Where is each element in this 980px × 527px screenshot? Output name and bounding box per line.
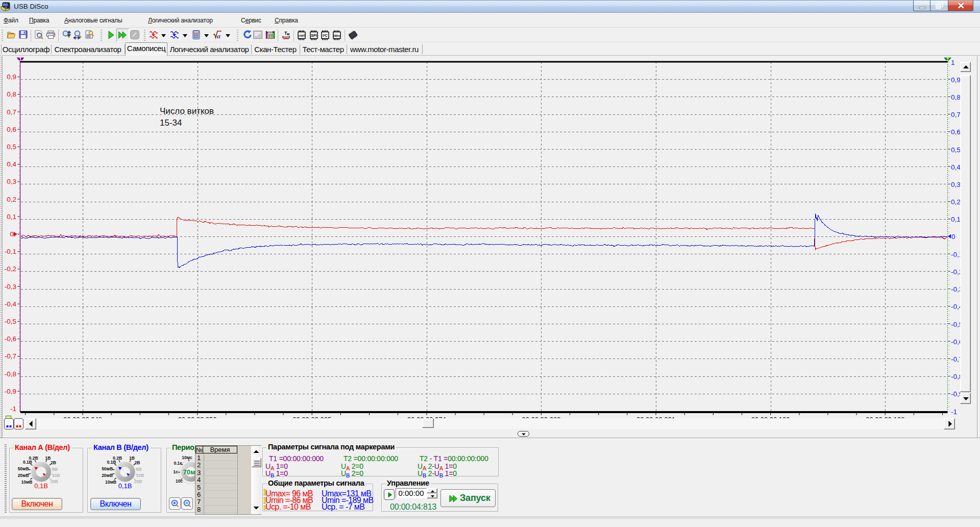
- svg-text:0: 0: [10, 230, 14, 238]
- svg-text:20В: 20В: [50, 479, 58, 484]
- svg-text:0.1В: 0.1В: [23, 460, 32, 465]
- svg-text:10мВ: 10мВ: [21, 480, 33, 485]
- svg-text:0,8: 0,8: [7, 90, 16, 98]
- svg-text:10мВ: 10мВ: [105, 480, 116, 485]
- svg-text:α: α: [217, 32, 221, 40]
- svg-text:0,6: 0,6: [951, 128, 961, 136]
- svg-text:0,5: 0,5: [951, 146, 961, 154]
- svg-text:-1: -1: [10, 405, 16, 413]
- svg-text:0,2: 0,2: [951, 198, 961, 206]
- svg-text:0,6: 0,6: [7, 126, 16, 133]
- svg-text:15-34: 15-34: [160, 118, 182, 128]
- svg-text:0,7: 0,7: [951, 111, 961, 118]
- svg-text:0,2: 0,2: [7, 196, 16, 203]
- svg-text:20мВ: 20мВ: [102, 473, 113, 478]
- svg-text:1В: 1В: [45, 456, 51, 461]
- svg-text:0,7: 0,7: [7, 108, 16, 116]
- svg-text:SPI: SPI: [311, 34, 316, 37]
- svg-text:-0,2: -0,2: [5, 265, 16, 273]
- svg-text:м: м: [287, 32, 289, 36]
- svg-text:0,1: 0,1: [951, 215, 961, 223]
- svg-text:-0,7: -0,7: [5, 352, 16, 360]
- svg-text:Число витков: Число витков: [160, 106, 214, 116]
- svg-text:-0,1: -0,1: [5, 248, 16, 255]
- svg-text:10с: 10с: [176, 478, 183, 484]
- svg-text:1: 1: [19, 57, 21, 62]
- svg-text:0,1В: 0,1В: [34, 482, 48, 490]
- svg-text:UART: UART: [298, 34, 306, 37]
- svg-text:0,9: 0,9: [7, 73, 16, 81]
- svg-text:-0,8: -0,8: [5, 370, 16, 378]
- svg-text:0,4: 0,4: [951, 163, 961, 171]
- svg-text:1: 1: [951, 59, 955, 66]
- svg-text:10мс: 10мс: [182, 455, 192, 460]
- svg-text:-1: -1: [951, 408, 957, 416]
- svg-text:-0,6: -0,6: [5, 335, 16, 343]
- svg-text:20В: 20В: [134, 479, 142, 484]
- svg-text:1В: 1В: [129, 456, 135, 461]
- svg-text:0,5: 0,5: [7, 143, 16, 151]
- svg-text:0,8: 0,8: [951, 93, 961, 101]
- svg-text:10В: 10В: [52, 473, 60, 478]
- svg-text:1Wire: 1Wire: [333, 34, 340, 37]
- svg-text:-0,4: -0,4: [5, 300, 17, 308]
- svg-text:1с: 1с: [173, 469, 178, 474]
- svg-text:0.1В: 0.1В: [107, 460, 116, 465]
- svg-text:I²C: I²C: [323, 34, 327, 37]
- svg-text:-0,3: -0,3: [5, 283, 16, 291]
- svg-text:0,3: 0,3: [7, 178, 16, 185]
- svg-text:50мВ: 50мВ: [18, 466, 29, 471]
- svg-text:0,4: 0,4: [7, 160, 16, 168]
- svg-text:5В: 5В: [136, 467, 142, 472]
- svg-text:5В: 5В: [52, 467, 58, 472]
- svg-text:20мВ: 20мВ: [18, 473, 29, 478]
- svg-text:0,3: 0,3: [951, 181, 961, 188]
- svg-text:-0,9: -0,9: [5, 388, 16, 395]
- svg-text:0,9: 0,9: [951, 76, 961, 84]
- svg-text:0,1: 0,1: [7, 213, 16, 221]
- svg-text:10В: 10В: [136, 473, 144, 478]
- svg-text:0,1В: 0,1В: [118, 482, 132, 490]
- svg-text:50мВ: 50мВ: [102, 466, 113, 471]
- svg-text:0.1с: 0.1с: [174, 461, 183, 466]
- svg-text:2В: 2В: [51, 460, 56, 465]
- svg-text:-0,5: -0,5: [5, 318, 16, 325]
- svg-text:2: 2: [946, 57, 949, 62]
- svg-text:2В: 2В: [135, 460, 140, 465]
- svg-text:0: 0: [951, 233, 955, 241]
